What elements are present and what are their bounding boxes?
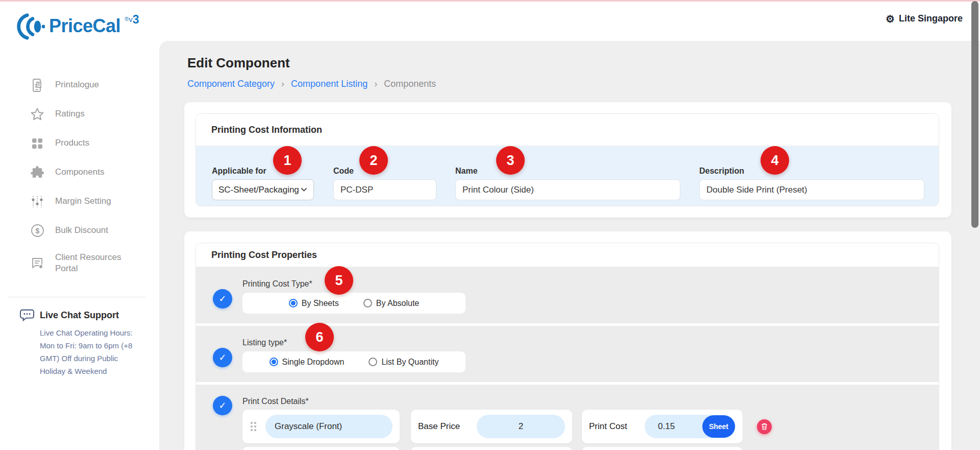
base-price-card bbox=[411, 447, 572, 450]
applicable-for-select[interactable]: SC-Sheet/Packaging bbox=[212, 179, 314, 200]
breadcrumb-component-category[interactable]: Component Category bbox=[187, 79, 275, 89]
app-screen: PriceCal ® v 3 Printalogue bbox=[0, 0, 980, 450]
annotation-badge-1: 1 bbox=[273, 146, 302, 175]
sidebar-item-margin-setting[interactable]: Margin Setting bbox=[0, 187, 159, 216]
annotation-badge-4: 4 bbox=[761, 146, 789, 175]
dollar-circle-icon: $ bbox=[30, 224, 45, 238]
print-cost-input[interactable]: 0.15 Sheet bbox=[645, 415, 736, 438]
check-icon: ✓ bbox=[218, 400, 226, 411]
annotation-badge-6: 6 bbox=[305, 323, 334, 351]
printing-cost-properties-box: Printing Cost Properties ✓ 5 Printing Co… bbox=[195, 243, 939, 450]
radio-dot bbox=[363, 299, 372, 307]
enabled-check-toggle[interactable]: ✓ bbox=[213, 348, 232, 367]
brand-logo[interactable]: PriceCal ® v 3 bbox=[15, 12, 139, 41]
sidebar-item-label: Ratings bbox=[55, 108, 85, 120]
brand-trademark: ® bbox=[125, 16, 129, 22]
live-chat-hours: Live Chat Operating Hours: Mon to Fri: 9… bbox=[40, 326, 144, 377]
printing-cost-information-card: Printing Cost Information 1 Applicable f… bbox=[184, 102, 951, 218]
puzzle-icon bbox=[30, 166, 45, 179]
description-field: 4 Description bbox=[699, 167, 924, 206]
radio-single-dropdown[interactable]: Single Dropdown bbox=[270, 358, 345, 367]
applicable-for-field: 1 Applicable for SC-Sheet/Packaging bbox=[212, 167, 314, 206]
radio-dot-selected bbox=[270, 358, 278, 366]
enabled-check-toggle[interactable]: ✓ bbox=[213, 289, 232, 309]
radio-by-sheets[interactable]: By Sheets bbox=[289, 299, 339, 308]
option-name-card bbox=[242, 447, 400, 450]
annotation-badge-3: 3 bbox=[496, 146, 525, 175]
delete-row-button[interactable] bbox=[757, 419, 772, 434]
live-chat-support-button[interactable]: Live Chat Support bbox=[19, 308, 147, 322]
trash-icon bbox=[761, 423, 768, 430]
base-price-card: Base Price 2 bbox=[411, 410, 572, 443]
drag-handle-icon[interactable] bbox=[251, 422, 256, 431]
applicable-for-value: SC-Sheet/Packaging bbox=[218, 185, 299, 195]
name-field: 3 Name bbox=[455, 167, 680, 206]
radio-label: Single Dropdown bbox=[282, 358, 345, 367]
code-field: 2 Code bbox=[333, 167, 436, 206]
print-cost-card: Print Cost 0.15 Sheet bbox=[582, 410, 743, 443]
document-star-icon bbox=[30, 256, 45, 270]
sidebar-item-bulk-discount[interactable]: $ Bulk Discount bbox=[0, 216, 159, 245]
grid-icon bbox=[30, 137, 45, 150]
print-cost-details-label: Print Cost Details* bbox=[242, 385, 939, 406]
sidebar-item-components[interactable]: Components bbox=[0, 158, 159, 187]
description-label: Description bbox=[699, 167, 924, 176]
sidebar-item-label: Printalogue bbox=[55, 79, 99, 90]
print-cost-detail-entry: Grayscale (Front) Base Price 2 Print Cos… bbox=[242, 410, 939, 443]
sidebar-item-ratings[interactable]: Ratings bbox=[0, 100, 159, 129]
base-price-input[interactable]: 2 bbox=[477, 415, 565, 438]
sidebar-item-products[interactable]: Products bbox=[0, 129, 159, 158]
chat-bubble-icon bbox=[19, 308, 35, 322]
radio-list-by-quantity[interactable]: List By Quantity bbox=[369, 358, 438, 367]
vertical-scrollbar-thumb[interactable] bbox=[971, 1, 978, 228]
radio-dot-selected bbox=[289, 299, 298, 307]
printing-cost-information-box: Printing Cost Information 1 Applicable f… bbox=[195, 113, 939, 206]
section-title: Printing Cost Properties bbox=[196, 243, 939, 267]
unit-sheet-button[interactable]: Sheet bbox=[702, 415, 735, 438]
print-cost-details-row: ✓ Print Cost Details* Grayscale (Front) … bbox=[196, 385, 939, 450]
name-label: Name bbox=[455, 167, 680, 176]
sidebar-item-label: Client Resources Portal bbox=[55, 252, 144, 274]
breadcrumb-separator: › bbox=[281, 79, 284, 89]
sidebar-divider bbox=[8, 297, 145, 297]
print-cost-card bbox=[582, 447, 743, 450]
pricecal-logo-icon bbox=[15, 12, 45, 41]
sidebar-item-label: Components bbox=[55, 167, 104, 178]
workspace-name: Lite Singapore bbox=[899, 13, 963, 24]
listing-type-label: Listing type* bbox=[242, 326, 939, 347]
base-price-label: Base Price bbox=[418, 421, 460, 432]
option-name-input[interactable]: Grayscale (Front) bbox=[265, 415, 393, 438]
radio-label: List By Quantity bbox=[381, 358, 438, 367]
brand-name: PriceCal bbox=[49, 12, 120, 40]
printing-cost-properties-card: Printing Cost Properties ✓ 5 Printing Co… bbox=[184, 231, 951, 450]
sidebar-item-label: Margin Setting bbox=[55, 196, 111, 207]
annotation-badge-5: 5 bbox=[325, 266, 353, 295]
listing-type-row: ✓ 6 Listing type* Single Dropdown List B… bbox=[196, 326, 939, 382]
sidebar-item-printalogue[interactable]: Printalogue bbox=[0, 70, 159, 100]
enabled-check-toggle[interactable]: ✓ bbox=[213, 396, 232, 415]
printing-cost-type-row: ✓ 5 Printing Cost Type* By Sheets By Abs… bbox=[196, 267, 939, 323]
live-chat-support: Live Chat Support Live Chat Operating Ho… bbox=[19, 308, 147, 377]
live-chat-title: Live Chat Support bbox=[40, 310, 119, 321]
code-input[interactable] bbox=[333, 179, 436, 200]
sidebar-item-client-resources-portal[interactable]: Client Resources Portal bbox=[0, 245, 159, 281]
workspace-menu[interactable]: ⚙ Lite Singapore bbox=[886, 13, 963, 24]
print-cost-label: Print Cost bbox=[589, 421, 627, 432]
listing-type-options: Single Dropdown List By Quantity bbox=[242, 351, 465, 372]
breadcrumb-current: Components bbox=[384, 79, 436, 89]
top-accent-line bbox=[0, 0, 980, 2]
radio-by-absolute[interactable]: By Absolute bbox=[363, 299, 420, 308]
radio-label: By Sheets bbox=[302, 299, 339, 308]
option-name-card: Grayscale (Front) bbox=[242, 410, 400, 443]
description-input[interactable] bbox=[699, 179, 924, 200]
info-fields-band: 1 Applicable for SC-Sheet/Packaging 2 Co… bbox=[196, 146, 939, 206]
breadcrumb-component-listing[interactable]: Component Listing bbox=[291, 79, 368, 89]
name-input[interactable] bbox=[455, 179, 680, 200]
breadcrumb-separator: › bbox=[374, 79, 377, 89]
brand-version-v: v bbox=[129, 15, 133, 23]
sliders-icon bbox=[30, 195, 45, 208]
brand-version-number: 3 bbox=[133, 13, 139, 27]
printing-cost-type-options: By Sheets By Absolute bbox=[242, 293, 465, 314]
sidebar: PriceCal ® v 3 Printalogue bbox=[0, 2, 159, 450]
sidebar-nav: Printalogue Ratings Products bbox=[0, 70, 159, 281]
